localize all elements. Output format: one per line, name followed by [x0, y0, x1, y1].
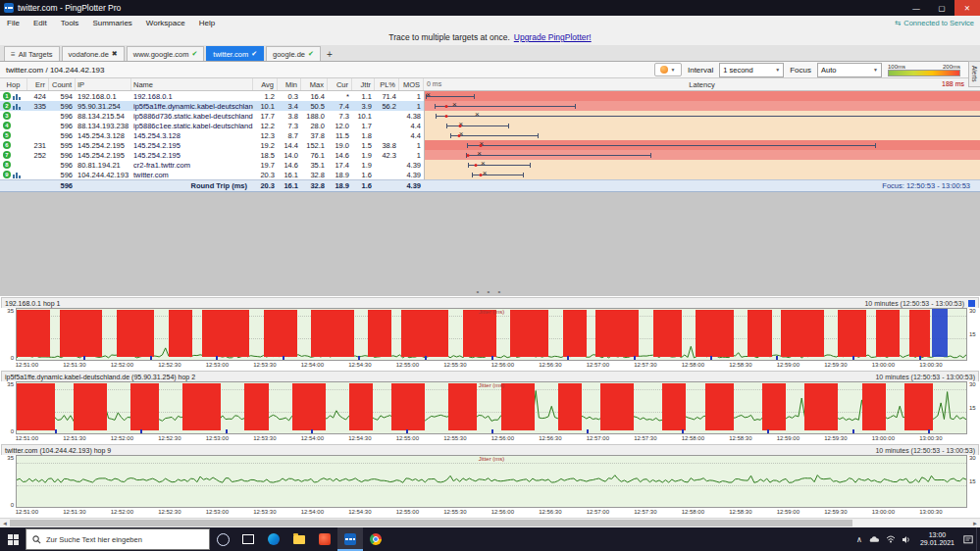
start-button[interactable] — [0, 527, 26, 551]
graph-time-range[interactable]: 10 minutes (12:50:53 - 13:00:53) — [875, 374, 975, 380]
file-explorer-button[interactable] — [286, 527, 312, 551]
edge-taskbar-button[interactable] — [261, 527, 286, 551]
network-icon[interactable] — [883, 527, 899, 551]
hop-row-9[interactable]: 9596104.244.42.193twitter.com20.316.132.… — [0, 170, 980, 179]
scroll-left-arrow[interactable]: ◄ — [0, 519, 10, 527]
hop-row-1[interactable]: 1424594192.168.0.1192.168.0.11.20.316.4*… — [0, 91, 980, 101]
hop-cell: 8 — [0, 160, 27, 170]
hop-row-2[interactable]: 233559695.90.31.254ip5f5a1ffe.dynamic.ka… — [0, 101, 980, 111]
column-header-max[interactable]: Max — [301, 78, 328, 90]
task-view-button[interactable] — [235, 527, 261, 551]
menu-workspace[interactable]: Workspace — [139, 19, 192, 27]
column-header-count[interactable]: Count — [49, 78, 76, 90]
hop-row-8[interactable]: 859680.81.194.21cr2-fra1.twttr.com19.714… — [0, 160, 980, 170]
scrollbar-thumb[interactable] — [10, 520, 852, 526]
hostname-value: 192.168.0.1 — [131, 91, 253, 101]
mos-value: 4.4 — [399, 130, 424, 140]
graph-time-range[interactable]: 10 minutes (12:50:53 - 13:00:53) — [875, 447, 975, 454]
tab-vodafone-de[interactable]: vodafone.de✖ — [62, 46, 125, 61]
mos-value: 4.39 — [399, 170, 424, 179]
event-marker — [150, 356, 152, 360]
notification-center-button[interactable] — [960, 527, 976, 551]
hop-row-7[interactable]: 7252596145.254.2.195145.254.2.19518.514.… — [0, 150, 980, 160]
column-header-avg[interactable]: Avg — [253, 78, 278, 90]
hop-row-6[interactable]: 6231595145.254.2.195145.254.2.19519.214.… — [0, 140, 980, 150]
graph-plot-area[interactable]: Jitter (ms) — [16, 381, 967, 434]
chrome-taskbar-button[interactable] — [363, 527, 388, 551]
menu-tools[interactable]: Tools — [54, 19, 86, 27]
column-header-name[interactable]: Name — [131, 78, 253, 90]
err-value: 335 — [27, 101, 49, 111]
ip-value: 95.90.31.254 — [76, 101, 131, 111]
interval-select[interactable]: 1 second ▼ — [719, 63, 784, 77]
count-value: 596 — [49, 150, 76, 160]
y-tick: 30 — [969, 455, 980, 461]
tab-www-google-com[interactable]: www.google.com✔ — [127, 46, 205, 61]
column-header-min[interactable]: Min — [278, 78, 301, 90]
maximize-button[interactable]: ▢ — [929, 0, 954, 16]
taskbar-search-input[interactable]: Zur Suche Text hier eingeben — [26, 528, 210, 550]
menu-items: FileEditToolsSummariesWorkspaceHelp — [0, 19, 222, 27]
focus-select[interactable]: Auto ▼ — [817, 63, 882, 77]
horizontal-scrollbar[interactable]: ◄ ► — [0, 518, 980, 527]
column-header-ip[interactable]: IP — [76, 78, 131, 90]
tray-expand-chevron[interactable]: ∧ — [851, 527, 867, 551]
alerts-side-tab[interactable]: Alerts — [968, 61, 980, 87]
splitter-handle[interactable]: • • • — [477, 289, 504, 295]
timeline-graph-icon — [13, 103, 21, 110]
menu-summaries[interactable]: Summaries — [85, 19, 138, 27]
hop-row-4[interactable]: 459688.134.193.238ip5886c1ee.static.kabe… — [0, 121, 980, 130]
menu-edit[interactable]: Edit — [26, 19, 54, 27]
onedrive-icon[interactable] — [867, 527, 883, 551]
hop-row-5[interactable]: 5596145.254.3.128145.254.3.12812.38.737.… — [0, 130, 980, 140]
y-tick: 35 — [7, 381, 14, 387]
scroll-right-arrow[interactable]: ► — [970, 519, 980, 527]
latency-bar-cell[interactable]: × — [424, 91, 980, 101]
volume-icon[interactable] — [899, 527, 914, 551]
latency-bar-cell[interactable]: × — [424, 150, 980, 160]
tab-all-targets[interactable]: ≡ All Targets — [4, 46, 60, 61]
taskbar-clock[interactable]: 13:00 29.01.2021 — [914, 531, 960, 548]
focus-selection-region[interactable] — [932, 309, 947, 357]
add-target-button[interactable]: + — [323, 47, 336, 61]
column-header-hop[interactable]: Hop — [0, 78, 27, 90]
latency-color-legend: 100ms 200ms — [888, 64, 960, 76]
connection-status-label: Connected to Service — [903, 19, 974, 27]
graph-plot-area[interactable]: Jitter (ms) — [16, 308, 967, 361]
upgrade-link[interactable]: Upgrade PingPlotter! — [514, 32, 592, 42]
minimize-button[interactable]: — — [903, 0, 929, 16]
cortana-button[interactable] — [210, 527, 235, 551]
latency-bar-cell[interactable]: × — [424, 130, 980, 140]
hostname-value: 145.254.3.128 — [131, 130, 253, 140]
close-button[interactable]: ✕ — [954, 0, 980, 16]
menu-help[interactable]: Help — [192, 19, 222, 27]
latency-bar-cell[interactable]: × — [424, 170, 980, 179]
tab-google-de[interactable]: google.de✔ — [266, 46, 321, 61]
latency-bar-cell[interactable]: × — [424, 160, 980, 170]
min-value: 14.6 — [278, 160, 301, 170]
pingplotter-taskbar-button[interactable] — [337, 527, 363, 551]
latency-range-whisker — [466, 153, 651, 158]
trace-toggle-button[interactable]: ▼ — [654, 63, 682, 76]
graph-selection-indicator[interactable] — [968, 300, 975, 307]
latency-bar-cell[interactable]: × — [424, 121, 980, 130]
latency-bar-cell[interactable]: × — [424, 140, 980, 150]
y-tick: 15 — [969, 478, 980, 484]
show-desktop-button[interactable] — [976, 527, 980, 551]
red-app-button[interactable] — [312, 527, 337, 551]
hop-row-3[interactable]: 359688.134.215.54ip5886d736.static.kabel… — [0, 111, 980, 121]
column-header-pl[interactable]: PL% — [375, 78, 399, 90]
column-header-jttr[interactable]: Jttr — [352, 78, 375, 90]
column-header-err[interactable]: Err — [27, 78, 49, 90]
latency-bar-cell[interactable]: × — [424, 111, 980, 121]
graph-plot-area[interactable]: Jitter (ms) — [16, 455, 967, 508]
latency-bar-cell[interactable]: × — [424, 101, 980, 111]
footer-min: 16.1 — [278, 181, 301, 191]
menu-file[interactable]: File — [0, 19, 26, 27]
column-header-cur[interactable]: Cur — [328, 78, 352, 90]
graph-time-range[interactable]: 10 minutes (12:50:53 - 13:00:53) — [864, 300, 964, 307]
tab-twitter-com[interactable]: twitter.com✔ — [206, 46, 264, 61]
event-marker — [140, 429, 142, 433]
latency-column-header[interactable]: 0 msLatency188 ms — [424, 78, 980, 90]
column-header-mos[interactable]: MOS — [399, 78, 424, 90]
